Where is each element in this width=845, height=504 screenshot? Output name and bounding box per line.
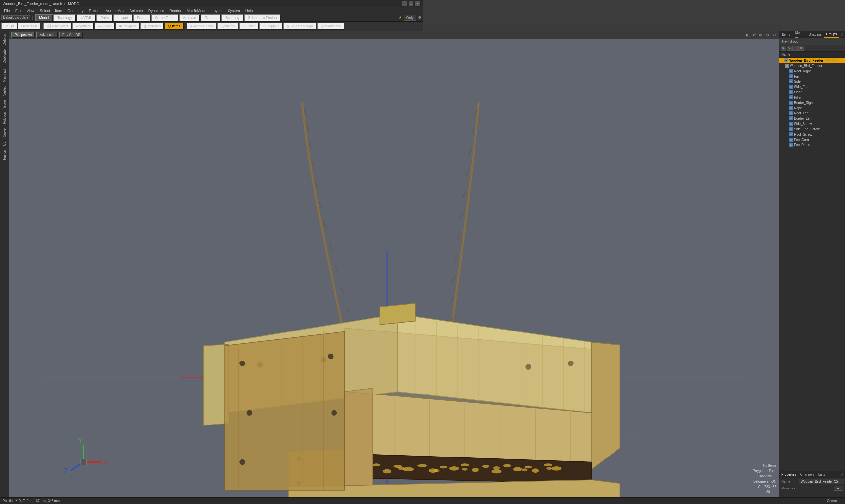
window-controls: ─ □ ✕ bbox=[402, 1, 420, 6]
presets-button[interactable]: Presets F8 bbox=[18, 23, 40, 30]
layout-add-button[interactable]: + bbox=[281, 15, 288, 20]
viewport-header: Perspective Advanced Ray GL: Off ⊞ ↺ ⊕ ⊘… bbox=[9, 31, 422, 39]
menu-item-view[interactable]: View bbox=[24, 8, 37, 13]
layout-tab-animate[interactable]: Animate bbox=[179, 14, 200, 21]
left-tab-fusion[interactable]: Fusion bbox=[1, 148, 7, 162]
layout-tab-game-tools[interactable]: Game Tools bbox=[151, 14, 178, 21]
menu-item-maxtomodo[interactable]: MaxToModo bbox=[184, 8, 209, 13]
layout-bar: Default Layouts ▾ | ModelTopologyUVEditP… bbox=[0, 14, 422, 22]
minimize-button[interactable]: ─ bbox=[402, 1, 407, 6]
menu-item-edit[interactable]: Edit bbox=[13, 8, 24, 13]
toolbar-separator bbox=[185, 23, 185, 29]
raygl-button[interactable]: Ray GL: Off bbox=[59, 32, 83, 38]
snapping-button[interactable]: + Snapping bbox=[259, 23, 283, 30]
falloff-button[interactable]: ⬡ Falloff bbox=[239, 23, 259, 30]
default-layouts-dropdown[interactable]: Default Layouts ▾ bbox=[1, 15, 30, 20]
perspective-button[interactable]: Perspective bbox=[11, 32, 35, 38]
auto-select-button[interactable]: ⬜ Auto Select bbox=[43, 23, 71, 30]
title-bar: Wooden_Bird_Feeder_modo_base.lxo - MODO … bbox=[0, 0, 422, 7]
svg-rect-0 bbox=[41, 39, 422, 252]
left-tab-deform[interactable]: Deform bbox=[1, 32, 7, 47]
toolbar-separator bbox=[41, 23, 42, 29]
window-title: Wooden_Bird_Feeder_modo_base.lxo - MODO bbox=[3, 2, 79, 6]
polygons-button[interactable]: ⬟ Polygons bbox=[116, 23, 140, 30]
sculpt-button[interactable]: Sculpt bbox=[1, 23, 17, 30]
layout-tab-uvedit[interactable]: UVEdit bbox=[76, 14, 96, 21]
menu-item-system[interactable]: System bbox=[225, 8, 243, 13]
menu-item-layout[interactable]: Layout bbox=[209, 8, 225, 13]
close-button[interactable]: ✕ bbox=[415, 1, 420, 6]
layout-tab-render[interactable]: Render bbox=[201, 14, 221, 21]
menu-item-help[interactable]: Help bbox=[243, 8, 256, 13]
only-button[interactable]: Only bbox=[404, 15, 416, 21]
3d-viewport[interactable]: X Y Z No Items Polygons : Face Channels … bbox=[9, 39, 422, 252]
menu-item-item[interactable]: Item bbox=[52, 8, 65, 13]
left-tab-polygon[interactable]: Polygon bbox=[1, 110, 7, 126]
viewport-svg: X Y Z bbox=[9, 39, 422, 252]
menu-bar: FileEditViewSelectItemGeometryTextureVer… bbox=[0, 7, 422, 14]
items-button[interactable]: ⬡ Items bbox=[165, 23, 183, 30]
left-tab-edge[interactable]: Edge bbox=[1, 98, 7, 109]
materials-button[interactable]: ◑ Materials bbox=[140, 23, 164, 30]
menu-item-dynamics[interactable]: Dynamics bbox=[145, 8, 167, 13]
toolbar: SculptPresets F8⬜ Auto Select◆ Vertices—… bbox=[0, 22, 422, 31]
layout-right-controls: ★ Only ⚙ bbox=[399, 15, 421, 21]
menu-item-select[interactable]: Select bbox=[37, 8, 52, 13]
left-tab-vertex[interactable]: Vertex bbox=[1, 85, 7, 97]
symmetry-button[interactable]: Symmetry bbox=[217, 23, 238, 30]
menu-item-texture[interactable]: Texture bbox=[86, 8, 103, 13]
layout-tab-topology[interactable]: Topology bbox=[53, 14, 76, 21]
star-icon: ★ bbox=[399, 16, 402, 20]
menu-item-vertex map[interactable]: Vertex Map bbox=[103, 8, 127, 13]
gear-icon[interactable]: ⚙ bbox=[418, 16, 421, 20]
main-area: Perspective Advanced Ray GL: Off ⊞ ↺ ⊕ ⊘… bbox=[9, 31, 422, 252]
layout-tab-model[interactable]: Model bbox=[35, 14, 53, 21]
layout-tab-setup[interactable]: Setup bbox=[133, 14, 151, 21]
workplane-button[interactable]: ⬜ WorkPlane bbox=[317, 23, 345, 30]
menu-item-geometry[interactable]: Geometry bbox=[65, 8, 86, 13]
left-tab-duplicate[interactable]: Duplicate bbox=[1, 48, 7, 65]
advanced-button[interactable]: Advanced bbox=[36, 32, 57, 38]
left-tab-mesh-edit[interactable]: Mesh Edit bbox=[1, 66, 7, 84]
edges-button[interactable]: — Edges bbox=[95, 23, 115, 30]
left-tab-uv[interactable]: UV bbox=[1, 140, 7, 148]
layout-tab-scripting[interactable]: Scripting bbox=[221, 14, 243, 21]
vertices-button[interactable]: ◆ Vertices bbox=[72, 23, 94, 30]
layout-tab-schematic-fusion[interactable]: Schematic Fusion bbox=[244, 14, 281, 21]
select-through-button[interactable]: ◎ Select Through bbox=[283, 23, 316, 30]
layout-tab-layout[interactable]: Layout bbox=[113, 14, 132, 21]
menu-item-render[interactable]: Render bbox=[167, 8, 184, 13]
left-sidebar: DeformDuplicateMesh EditVertexEdgePolygo… bbox=[0, 31, 9, 252]
left-tab-curve[interactable]: Curve bbox=[1, 126, 7, 139]
maximize-button[interactable]: □ bbox=[409, 1, 413, 6]
layout-tab-paint[interactable]: Paint bbox=[97, 14, 113, 21]
menu-item-animate[interactable]: Animate bbox=[127, 8, 145, 13]
action-center-button[interactable]: ⊕ Action Center bbox=[187, 23, 217, 30]
menu-item-file[interactable]: File bbox=[1, 8, 13, 13]
